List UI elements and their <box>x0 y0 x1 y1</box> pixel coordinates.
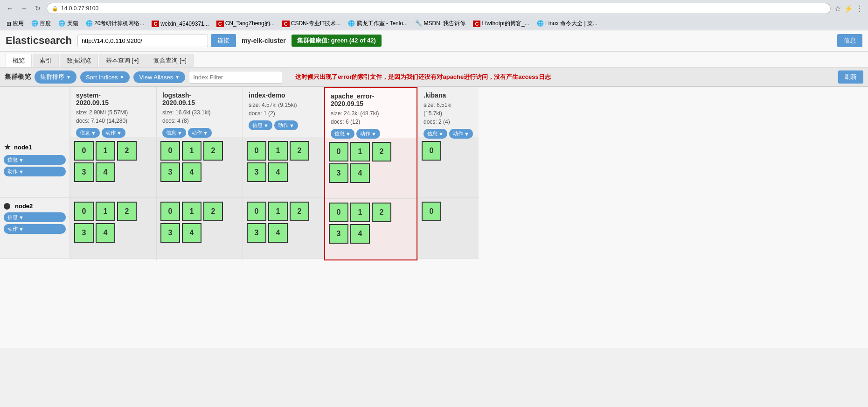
node2-info-button[interactable]: 信息 ▼ <box>4 212 66 222</box>
tab-overview[interactable]: 概览 <box>6 54 32 67</box>
shard[interactable]: 3 <box>74 162 94 182</box>
sort-indices-button[interactable]: Sort Indices ▼ <box>80 71 130 83</box>
shard[interactable]: 4 <box>268 162 288 182</box>
shard[interactable]: 4 <box>182 162 201 182</box>
elasticsearch-url-input[interactable] <box>77 35 208 47</box>
forward-button[interactable]: → <box>19 3 29 14</box>
shard[interactable]: 2 <box>290 141 309 161</box>
header-info-button[interactable]: 信息 <box>837 34 862 47</box>
shard[interactable]: 2 <box>372 142 391 161</box>
shard[interactable]: 1 <box>182 141 201 161</box>
shard[interactable]: 0 <box>422 141 441 161</box>
shard[interactable]: 0 <box>329 142 348 161</box>
reload-button[interactable]: ↻ <box>33 3 43 14</box>
node1-action-button[interactable]: 动作 ▼ <box>4 167 66 176</box>
index-demo-info-btn[interactable]: 信息 ▼ <box>249 120 272 130</box>
shard[interactable]: 3 <box>247 162 266 182</box>
system-node1-shards: 0 1 2 3 4 <box>70 137 156 198</box>
bookmark-apps[interactable]: ⊞ 应用 <box>4 19 27 28</box>
shard[interactable]: 1 <box>96 141 115 161</box>
index-kibana-info-btn[interactable]: 信息 ▼ <box>424 129 447 139</box>
bookmark-kaoyanjisuan[interactable]: 🌐 20考研计算机网络... <box>83 19 147 28</box>
menu-icon[interactable]: ⋮ <box>856 4 863 13</box>
bookmark-msdn[interactable]: 🔧 MSDN, 我告诉你 <box>412 19 468 28</box>
shard[interactable]: 2 <box>203 141 223 161</box>
shard[interactable]: 4 <box>96 223 115 243</box>
node2-action-button[interactable]: 动作 ▼ <box>4 224 66 234</box>
refresh-button[interactable]: 刷新 <box>838 70 863 84</box>
index-logstash-size: size: 16.6ki (33.1ki) <box>162 108 237 117</box>
star-icon[interactable]: ☆ <box>834 4 841 13</box>
index-system-header: system-2020.09.15 size: 2.90Mi (5.57Mi) … <box>70 87 156 137</box>
shard[interactable]: 0 <box>74 202 94 221</box>
shard[interactable]: 1 <box>350 142 370 161</box>
connect-button[interactable]: 连接 <box>211 34 236 47</box>
index-col-index-demo: index-demo size: 4.57ki (9.15ki) docs: 1… <box>243 87 324 260</box>
shard[interactable]: 1 <box>182 202 201 221</box>
shard[interactable]: 3 <box>160 223 180 243</box>
shard[interactable]: 3 <box>74 223 94 243</box>
index-logstash-info-btn[interactable]: 信息 ▼ <box>162 128 186 138</box>
address-bar[interactable]: 🔒 14.0.0.77:9100 <box>47 3 831 14</box>
bookmark-tenglong[interactable]: 🌐 腾龙工作室 - Tenlo... <box>345 19 410 28</box>
shard[interactable]: 1 <box>268 202 288 221</box>
shard[interactable]: 2 <box>117 202 137 221</box>
node2-info-chevron: ▼ <box>19 215 24 220</box>
index-system-info-chevron: ▼ <box>91 130 96 136</box>
shard[interactable]: 4 <box>350 163 370 183</box>
bookmark-weixin[interactable]: C weixin_45409371... <box>149 20 211 28</box>
shard[interactable]: 3 <box>160 162 180 182</box>
index-kibana-action-btn[interactable]: 动作 ▼ <box>449 129 473 139</box>
shard[interactable]: 3 <box>329 224 348 244</box>
index-filter-input[interactable] <box>189 71 282 84</box>
shard[interactable]: 0 <box>160 202 180 221</box>
bookmark-cn-tang[interactable]: C CN_TangZheng的... <box>214 19 278 28</box>
back-button[interactable]: ← <box>5 3 15 14</box>
shard[interactable]: 4 <box>182 223 201 243</box>
index-apache-error-action-chevron: ▼ <box>371 131 376 137</box>
shard[interactable]: 0 <box>247 141 266 161</box>
bookmark-tianmao[interactable]: 🌐 天猫 <box>56 19 81 28</box>
main-grid: ★ node1 信息 ▼ 动作 ▼ node2 信息 ▼ 动作 ▼ <box>0 87 868 260</box>
extensions-icon[interactable]: ⚡ <box>844 4 853 13</box>
node1-info-button[interactable]: 信息 ▼ <box>4 155 66 165</box>
shard[interactable]: 3 <box>329 163 348 183</box>
shard[interactable]: 1 <box>268 141 288 161</box>
bookmark-csdn[interactable]: C CSDN-专业IT技术... <box>279 19 344 28</box>
shard[interactable]: 0 <box>160 141 180 161</box>
index-system-action-btn[interactable]: 动作 ▼ <box>102 128 125 138</box>
shard[interactable]: 2 <box>290 202 309 221</box>
shard[interactable]: 0 <box>247 202 266 221</box>
shard[interactable]: 2 <box>117 141 137 161</box>
shard[interactable]: 4 <box>96 162 115 182</box>
index-logstash-action-btn[interactable]: 动作 ▼ <box>188 128 212 138</box>
security-icon: 🔒 <box>52 6 58 12</box>
shard[interactable]: 1 <box>96 202 115 221</box>
bookmark-lfwt[interactable]: C Lfwthotpt的博客_... <box>470 19 532 28</box>
tab-complex-query[interactable]: 复合查询 [+] <box>146 54 193 67</box>
sort-clusters-button[interactable]: 集群排序 ▼ <box>35 70 76 84</box>
shard[interactable]: 2 <box>372 203 391 222</box>
index-demo-action-btn[interactable]: 动作 ▼ <box>274 120 298 130</box>
tab-data-browser[interactable]: 数据浏览 <box>60 54 98 67</box>
index-apache-error-info-btn[interactable]: 信息 ▼ <box>331 129 354 139</box>
shard[interactable]: 1 <box>350 203 370 222</box>
sort-clusters-label: 集群排序 <box>40 73 64 81</box>
sort-indices-label: Sort Indices <box>86 74 118 81</box>
shard[interactable]: 4 <box>350 224 370 244</box>
shard[interactable]: 0 <box>74 141 94 161</box>
bookmark-baidu[interactable]: 🌐 百度 <box>28 19 54 28</box>
shard[interactable]: 3 <box>247 223 266 243</box>
shard[interactable]: 4 <box>268 223 288 243</box>
view-aliases-button[interactable]: View Aliases ▼ <box>133 71 185 83</box>
index-apache-error-action-btn[interactable]: 动作 ▼ <box>356 129 380 139</box>
shard[interactable]: 0 <box>422 202 441 221</box>
cluster-overview-label: 集群概览 <box>5 73 31 81</box>
tab-basic-query[interactable]: 基本查询 [+] <box>99 54 146 67</box>
tab-indices[interactable]: 索引 <box>33 54 59 67</box>
shard[interactable]: 2 <box>203 202 223 221</box>
bookmark-linux[interactable]: 🌐 Linux 命令大全 | 菜... <box>534 19 600 28</box>
shard[interactable]: 0 <box>329 203 348 222</box>
index-kibana-header: .kibana size: 6.51ki (15.7ki) docs: 2 (4… <box>418 87 479 137</box>
index-system-info-btn[interactable]: 信息 ▼ <box>76 128 100 138</box>
